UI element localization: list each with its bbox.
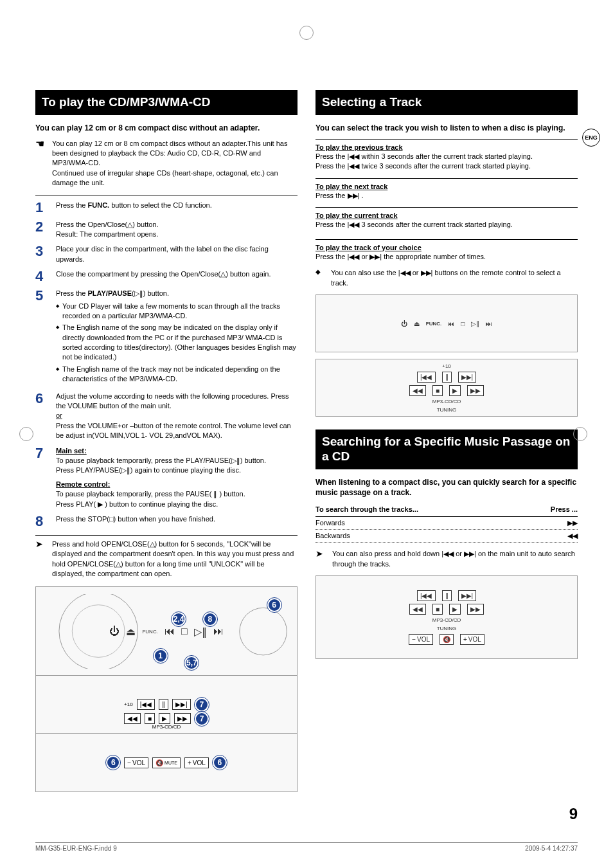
right-intro-1: You can select the track you wish to lis… <box>315 123 578 134</box>
remote-control-text: To pause playback temporarily, press the… <box>56 490 245 507</box>
bullet: Your CD Player will take a few moments t… <box>56 302 298 321</box>
rewind-button: ◀◀ <box>409 604 426 615</box>
section-title: To play the track of your choice <box>315 244 578 252</box>
vol-down: − VOL <box>124 757 148 768</box>
arrowhead-icon: ➤ <box>315 549 327 558</box>
callout-badge: 1 <box>154 649 168 663</box>
right-column: Selecting a Track You can select the tra… <box>315 90 578 792</box>
prev-button: |◀◀ <box>417 372 436 383</box>
steps-list: 1 Press the FUNC. button to select the C… <box>35 201 298 529</box>
stop-button: ■ <box>432 385 443 396</box>
next-icon: ⏭ <box>486 320 492 327</box>
callout-badge: 7 <box>195 712 209 726</box>
arrowhead-icon: ➤ <box>35 539 47 548</box>
vol-up: + VOL <box>460 634 484 645</box>
stop-icon: □ <box>181 626 188 637</box>
main-unit-illustration: ⏻ ⏏ FUNC. ⏮ □ ▷‖ ⏭ 2,4 8 1 5,7 <box>35 586 298 792</box>
step-text: Press the <box>56 201 88 209</box>
main-set-text: To pause playback temporarily, press the… <box>56 457 266 474</box>
left-intro: You can play 12 cm or 8 cm compact disc … <box>35 123 298 134</box>
step-text: (▷‖) button. <box>132 289 169 297</box>
language-badge: ENG <box>582 129 600 147</box>
callout-badge: 2,4 <box>172 612 186 626</box>
section-line: Press the |◀◀ within 3 seconds after the… <box>315 152 578 161</box>
svg-point-1 <box>73 605 125 658</box>
step-number: 8 <box>35 514 49 529</box>
tuning-label: TUNING <box>437 407 457 413</box>
right-intro-2: When listening to a compact disc, you ca… <box>315 477 578 499</box>
table-cell: Backwards <box>315 531 350 541</box>
remote-illustration-2: |◀◀ ‖ ▶▶| ◀◀ ■ ▶ ▶▶ MP3-CD/CD TUNING − V… <box>315 575 578 659</box>
section-title: To play the previous track <box>315 143 578 152</box>
svg-point-2 <box>239 608 287 655</box>
pause-button: ‖ <box>442 372 452 383</box>
next-button: ▶▶| <box>458 372 477 383</box>
forward-icon: ▶▶ <box>567 518 578 528</box>
remote-control-label: Remote control: <box>56 480 110 488</box>
step-number: 6 <box>35 392 49 441</box>
table-header: Press ... <box>551 505 578 514</box>
remote-illustration: +10 |◀◀ ‖ ▶▶| ◀◀ ■ ▶ ▶▶ MP3-CD/CD TUNING <box>315 359 578 417</box>
rewind-button: ◀◀ <box>409 385 426 396</box>
step-text: Press the STOP(□) button when you have f… <box>56 514 298 529</box>
section-line: Press the ▶▶| . <box>315 191 578 201</box>
eject-icon: ⏏ <box>414 320 420 327</box>
volume-dial-icon <box>237 605 289 658</box>
pause-button: ‖ <box>442 590 452 601</box>
next-button: ▶▶| <box>172 699 191 710</box>
callout-badge: 5,7 <box>184 656 199 670</box>
step-bold: PLAY/PAUSE <box>88 289 132 297</box>
vol-down: − VOL <box>409 634 433 645</box>
table-header: To search through the tracks... <box>315 505 418 514</box>
section-line: Press the |◀◀ or ▶▶| the appropriate num… <box>315 252 578 262</box>
left-heading: To play the CD/MP3/WMA-CD <box>35 90 298 115</box>
tuning-label: TUNING <box>437 626 457 631</box>
step-text: Place your disc in the compartment, with… <box>56 244 298 264</box>
callout-badge: 6 <box>267 598 281 612</box>
step-number: 5 <box>35 289 49 386</box>
prev-button: |◀◀ <box>137 699 155 710</box>
step-bold: FUNC. <box>88 201 110 209</box>
section-line: Press the |◀◀ twice 3 seconds after the … <box>315 161 578 171</box>
step-text: Press the Open/Close(△) button. Result: … <box>56 220 298 240</box>
step-text: Close the compartment by pressing the Op… <box>56 269 298 284</box>
rewind-button: ◀◀ <box>124 713 141 724</box>
callout-badge: 8 <box>203 612 217 626</box>
footer-left: MM-G35-EUR-ENG-F.indd 9 <box>35 845 117 852</box>
vol-up: + VOL <box>184 757 209 768</box>
or-label: or <box>56 411 62 419</box>
callout-badge: 6 <box>106 755 120 770</box>
stop-button: ■ <box>145 713 155 724</box>
panel-illustration: ⏻ ⏏ FUNC. ⏮ □ ▷‖ ⏭ <box>315 294 578 352</box>
hand-icon: ☚ <box>35 139 47 149</box>
main-set-label: Main set: <box>56 447 87 455</box>
svg-point-0 <box>59 594 138 668</box>
power-icon: ⏻ <box>401 320 407 327</box>
playpause-icon: ▷‖ <box>471 320 479 327</box>
section-title: To play the current track <box>315 212 578 220</box>
right-heading-1: Selecting a Track <box>315 90 578 115</box>
crop-mark-left <box>19 427 33 441</box>
callout-badge: 6 <box>213 755 227 770</box>
footer-right: 2009-5-4 14:27:37 <box>525 845 578 852</box>
section-line: Press the |◀◀ 3 seconds after the curren… <box>315 220 578 230</box>
right-heading-2: Searching for a Specific Music Passage o… <box>315 429 578 469</box>
mp3-label: MP3-CD/CD <box>432 617 461 623</box>
play-button: ▶ <box>159 713 170 724</box>
callout-badge: 7 <box>195 698 209 712</box>
playpause-icon: ▷‖ <box>194 625 207 637</box>
diamond-icon: ◆ <box>315 268 324 275</box>
step-text: button to select the CD function. <box>109 201 212 209</box>
step-number: 1 <box>35 201 49 215</box>
hand-note: You can play 12 cm or 8 cm compact discs… <box>52 139 298 188</box>
plus10-label: +10 <box>124 701 133 707</box>
search-table: To search through the tracks... Press ..… <box>315 503 578 543</box>
prev-icon: ⏮ <box>448 320 454 327</box>
mp3-label: MP3-CD/CD <box>152 724 181 730</box>
play-button: ▶ <box>449 385 461 396</box>
step-text: Adjust the volume according to needs wit… <box>56 392 289 410</box>
step-number: 7 <box>35 446 49 509</box>
section-title: To play the next track <box>315 183 578 191</box>
step-text: Press the VOLUME+or –button of the remot… <box>56 422 291 439</box>
remote-note: You can also use the |◀◀ or ▶▶| buttons … <box>331 268 578 288</box>
